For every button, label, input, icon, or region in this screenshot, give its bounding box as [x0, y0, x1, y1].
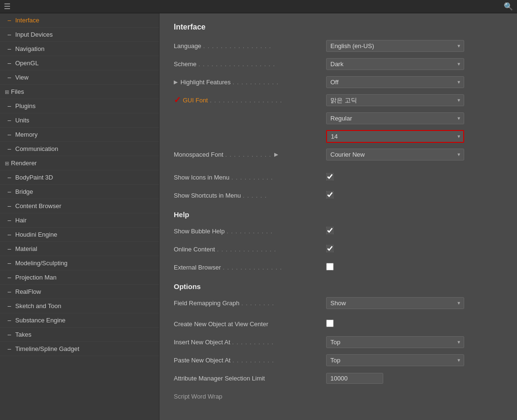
paste-new-label: Paste New Object At . . . . . . . . . . [174, 357, 326, 364]
sidebar-item-renderer[interactable]: ⊞Renderer [0, 156, 159, 170]
top-bar-left: ☰ [4, 2, 10, 11]
monospaced-control: Courier New Consolas [326, 149, 503, 160]
indent-spacer: – [8, 245, 15, 252]
sidebar-item-view[interactable]: –View [0, 70, 159, 85]
sidebar-item-label: Substance Engine [15, 317, 66, 324]
sidebar-item-plugins[interactable]: –Plugins [0, 99, 159, 113]
highlight-row: ▶ Highlight Features . . . . . . . . . .… [174, 75, 503, 89]
show-icons-checkbox[interactable] [326, 173, 334, 180]
highlight-dropdown[interactable]: Off On [326, 76, 464, 88]
show-shortcuts-control [326, 191, 503, 200]
sidebar-item-label: Content Browser [15, 202, 61, 210]
sidebar-item-units[interactable]: –Units [0, 113, 159, 128]
scheme-control: Dark Light [326, 58, 503, 70]
sidebar-item-label: Hair [15, 217, 27, 224]
scheme-dropdown[interactable]: Dark Light [326, 58, 464, 70]
checkmark-annotation: ✓ [174, 95, 181, 105]
highlight-label: ▶ Highlight Features . . . . . . . . . .… [174, 79, 326, 86]
sidebar-item-realflow[interactable]: –RealFlow [0, 285, 159, 299]
sidebar-item-memory[interactable]: –Memory [0, 128, 159, 142]
sidebar-item-label: BodyPaint 3D [15, 174, 53, 181]
bubble-help-checkbox[interactable] [326, 227, 334, 234]
indent-spacer: – [8, 60, 15, 67]
highlight-control: Off On [326, 76, 503, 88]
gui-font-style-dropdown[interactable]: Regular Bold Italic [326, 112, 464, 124]
indent-spacer: – [8, 202, 15, 210]
language-dropdown[interactable]: English (en-US) German French [326, 40, 464, 52]
language-control: English (en-US) German French [326, 40, 503, 52]
monospaced-dropdown[interactable]: Courier New Consolas [326, 149, 464, 160]
gui-font-size-control: 10 11 12 13 14 15 16 [326, 130, 503, 143]
sidebar-item-label: RealFlow [15, 288, 41, 295]
indent-spacer: – [8, 231, 15, 238]
attr-limit-row: Attribute Manager Selection Limit [174, 371, 503, 385]
indent-spacer: – [8, 260, 15, 267]
content-panel: Interface Language . . . . . . . . . . .… [159, 13, 517, 420]
show-icons-row: Show Icons in Menu . . . . . . . . . . [174, 170, 503, 184]
scheme-label: Scheme . . . . . . . . . . . . . . . . .… [174, 60, 326, 68]
sidebar-item-hair[interactable]: –Hair [0, 213, 159, 228]
monospaced-arrow[interactable]: ▶ [274, 151, 278, 158]
sidebar-item-label: Material [15, 245, 37, 252]
sidebar-item-navigation[interactable]: –Navigation [0, 42, 159, 56]
main-content: –Interface–Input Devices–Navigation–Open… [0, 13, 517, 420]
show-shortcuts-checkbox[interactable] [326, 191, 334, 199]
sidebar-item-interface[interactable]: –Interface [0, 13, 159, 28]
sidebar-item-substance-engine[interactable]: –Substance Engine [0, 313, 159, 328]
sidebar-item-label: Communication [15, 145, 58, 152]
bubble-help-control [326, 227, 503, 236]
script-word-wrap-label: Script Word Wrap [174, 393, 326, 400]
sidebar-item-label: Sketch and Toon [15, 302, 61, 310]
sidebar-item-label: Navigation [15, 45, 44, 52]
online-content-checkbox[interactable] [326, 245, 334, 252]
sidebar-item-label: Input Devices [15, 31, 53, 38]
create-new-checkbox[interactable] [326, 320, 334, 327]
paste-new-dropdown[interactable]: Top Bottom [326, 354, 464, 366]
external-browser-checkbox[interactable] [326, 263, 334, 270]
sidebar-item-houdini-engine[interactable]: –Houdini Engine [0, 228, 159, 242]
scheme-dropdown-wrapper: Dark Light [326, 58, 464, 70]
sidebar-item-opengl[interactable]: –OpenGL [0, 56, 159, 70]
gui-font-dropdown[interactable]: 맑은 고딕 Arial [326, 94, 464, 106]
attr-limit-input[interactable] [326, 373, 383, 384]
field-remap-dropdown-wrapper: Show Hide [326, 297, 464, 309]
language-row: Language . . . . . . . . . . . . . . . .… [174, 39, 503, 52]
sidebar-item-material[interactable]: –Material [0, 242, 159, 256]
insert-new-dropdown[interactable]: Top Bottom [326, 336, 464, 348]
field-remap-row: Field Remapping Graph . . . . . . . . Sh… [174, 296, 503, 310]
online-content-row: Online Content . . . . . . . . . . . . .… [174, 242, 503, 256]
sidebar-item-sketch-and-toon[interactable]: –Sketch and Toon [0, 299, 159, 313]
indent-spacer: – [8, 102, 15, 110]
highlight-arrow-icon[interactable]: ▶ [174, 79, 178, 85]
insert-new-row: Insert New Object At . . . . . . . . . .… [174, 335, 503, 349]
external-browser-control [326, 263, 503, 272]
field-remap-dropdown[interactable]: Show Hide [326, 297, 464, 309]
sidebar-item-bridge[interactable]: –Bridge [0, 185, 159, 199]
sidebar-item-files[interactable]: ⊞Files [0, 85, 159, 99]
sidebar-item-input-devices[interactable]: –Input Devices [0, 28, 159, 42]
indent-spacer: – [8, 145, 15, 152]
search-icon[interactable]: 🔍 [504, 2, 513, 11]
sidebar-item-communication[interactable]: –Communication [0, 142, 159, 156]
monospaced-label: Monospaced Font . . . . . . . . . . . ▶ [174, 151, 326, 158]
gui-font-label: ✓ GUI Font . . . . . . . . . . . . . . .… [174, 95, 326, 105]
section-title: Interface [174, 23, 503, 31]
sidebar-item-timeline-spline-gadget[interactable]: –Timeline/Spline Gadget [0, 342, 159, 356]
indent-spacer: – [8, 274, 15, 281]
sidebar-item-content-browser[interactable]: –Content Browser [0, 199, 159, 213]
sidebar-item-label: Units [15, 117, 30, 124]
sidebar-item-label: Memory [15, 131, 38, 138]
sidebar-item-bodypaint-3d[interactable]: –BodyPaint 3D [0, 170, 159, 185]
sidebar-item-modeling-sculpting[interactable]: –Modeling/Sculpting [0, 256, 159, 270]
indent-spacer: – [8, 331, 15, 338]
show-icons-label: Show Icons in Menu . . . . . . . . . . [174, 174, 326, 181]
sidebar-item-label: Interface [15, 17, 40, 24]
external-browser-label: External Browser . . . . . . . . . . . .… [174, 264, 326, 271]
sidebar-item-projection-man[interactable]: –Projection Man [0, 270, 159, 285]
sidebar-item-label: Plugins [15, 102, 36, 110]
gui-font-size-dropdown[interactable]: 10 11 12 13 14 15 16 [326, 130, 464, 143]
hamburger-icon[interactable]: ☰ [4, 2, 10, 11]
sidebar-item-takes[interactable]: –Takes [0, 328, 159, 342]
show-icons-control [326, 173, 503, 182]
bubble-help-label: Show Bubble Help . . . . . . . . . . . [174, 228, 326, 235]
